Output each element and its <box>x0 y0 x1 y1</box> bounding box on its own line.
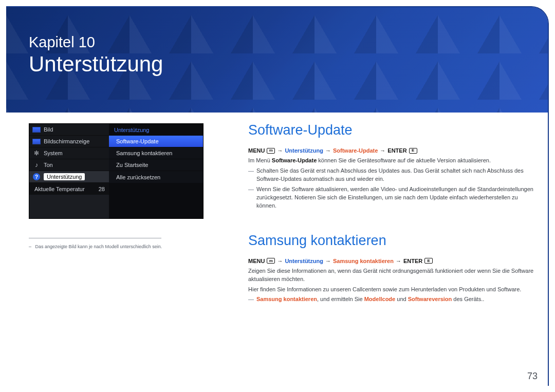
speaker-icon: ♪ <box>32 162 41 168</box>
enter-button-icon: E <box>424 258 433 264</box>
nav-menu-label: MENU <box>248 258 265 264</box>
content-column: Software-Update MENU m → Unterstützung →… <box>248 122 536 306</box>
text-highlight: Samsung kontaktieren <box>256 296 317 302</box>
nav-enter-label: ENTER <box>387 147 406 154</box>
osd-left-item-bild[interactable]: Bild <box>29 124 109 136</box>
gear-icon: ✻ <box>32 150 41 156</box>
arrow-icon: → <box>277 147 283 154</box>
note-dash-icon: ― <box>248 167 254 175</box>
osd-left-label: System <box>44 150 63 156</box>
nav-segment: Unterstützung <box>285 258 323 264</box>
chapter-heading: Kapitel 10 Unterstützung <box>29 34 163 77</box>
osd-left-label: Bildschirmanzeige <box>44 138 89 144</box>
arrow-icon: → <box>380 147 385 154</box>
screenshot-caption: – Das angezeigte Bild kann je nach Model… <box>29 244 162 249</box>
menu-button-icon: m <box>267 148 275 154</box>
paragraph: Hier finden Sie Informationen zu unseren… <box>248 286 536 294</box>
osd-sub-zuruecksetzen[interactable]: Alle zurücksetzen <box>109 171 203 183</box>
heading-samsung-kontaktieren: Samsung kontaktieren <box>248 233 536 249</box>
chapter-kicker: Kapitel 10 <box>29 34 163 51</box>
nav-menu-label: MENU <box>248 147 265 154</box>
paragraph: Zeigen Sie diese Informationen an, wenn … <box>248 267 536 284</box>
osd-temperature-value: 28 <box>99 186 105 192</box>
osd-left-label: Unterstützung <box>44 173 85 180</box>
paragraph: Im Menü Software-Update können Sie die G… <box>248 157 536 165</box>
nav-segment-active: Samsung kontaktieren <box>333 258 394 264</box>
arrow-icon: → <box>325 258 331 264</box>
osd-temperature-label: Aktuelle Temperatur <box>34 186 85 192</box>
note-dash-icon: ― <box>248 295 254 304</box>
text: , und ermitteln Sie <box>317 296 364 302</box>
text: Im Menü <box>248 157 272 163</box>
caption-rule <box>29 238 161 238</box>
osd-left-panel: Bild Bildschirmanzeige ✻ System ♪ Ton ? … <box>29 124 109 218</box>
picture-icon <box>32 126 41 133</box>
note: ― Schalten Sie das Gerät erst nach Absch… <box>248 167 536 183</box>
note-text: Wenn Sie die Software aktualisieren, wer… <box>256 186 533 209</box>
nav-path-software-update: MENU m → Unterstützung → Software-Update… <box>248 147 536 154</box>
nav-segment-active: Software-Update <box>333 147 378 154</box>
note-text: Schalten Sie das Gerät erst nach Abschlu… <box>256 167 524 182</box>
nav-segment: Unterstützung <box>285 147 323 154</box>
chapter-title: Unterstützung <box>29 52 163 77</box>
display-icon <box>32 138 41 144</box>
osd-temperature-row: Aktuelle Temperatur 28 <box>29 183 109 195</box>
osd-right-header: Unterstützung <box>109 124 203 136</box>
osd-sub-samsung-kontaktieren[interactable]: Samsung kontaktieren <box>109 147 203 159</box>
note: ― Samsung kontaktieren, und ermitteln Si… <box>248 295 536 304</box>
text-highlight: Modellcode <box>364 296 396 302</box>
osd-left-item-ton[interactable]: ♪ Ton <box>29 159 109 171</box>
osd-left-item-bildschirmanzeige[interactable]: Bildschirmanzeige <box>29 136 109 147</box>
arrow-icon: → <box>396 258 401 264</box>
nav-path-samsung-kontaktieren: MENU m → Unterstützung → Samsung kontakt… <box>248 258 536 264</box>
osd-blank-area <box>109 183 203 218</box>
osd-sub-software-update[interactable]: Software-Update <box>109 136 203 147</box>
arrow-icon: → <box>325 147 331 154</box>
arrow-icon: → <box>277 258 283 264</box>
page-number: 73 <box>527 371 538 382</box>
nav-enter-label: ENTER <box>403 258 422 264</box>
text-highlight: Softwareversion <box>408 296 452 302</box>
text: können Sie die Gerätesoftware auf die ak… <box>317 157 491 163</box>
osd-left-item-system[interactable]: ✻ System <box>29 147 109 159</box>
osd-left-label: Bild <box>44 126 53 133</box>
enter-button-icon: E <box>409 148 417 154</box>
heading-software-update: Software-Update <box>248 122 536 138</box>
caption-text: Das angezeigte Bild kann je nach Modell … <box>35 244 162 249</box>
menu-button-icon: m <box>267 258 275 264</box>
help-icon: ? <box>32 174 41 180</box>
note-dash-icon: ― <box>248 185 254 194</box>
caption-dash: – <box>29 244 34 249</box>
text-bold: Software-Update <box>272 157 317 163</box>
osd-menu: Bild Bildschirmanzeige ✻ System ♪ Ton ? … <box>29 123 203 219</box>
text: und <box>395 296 408 302</box>
text: des Geräts.. <box>452 296 484 302</box>
note: ― Wenn Sie die Software aktualisieren, w… <box>248 185 536 210</box>
osd-left-label: Ton <box>44 162 53 168</box>
osd-right-panel: Unterstützung Software-Update Samsung ko… <box>109 124 203 218</box>
osd-sub-startseite[interactable]: Zu Startseite <box>109 159 203 171</box>
osd-left-item-unterstuetzung[interactable]: ? Unterstützung <box>29 171 109 183</box>
